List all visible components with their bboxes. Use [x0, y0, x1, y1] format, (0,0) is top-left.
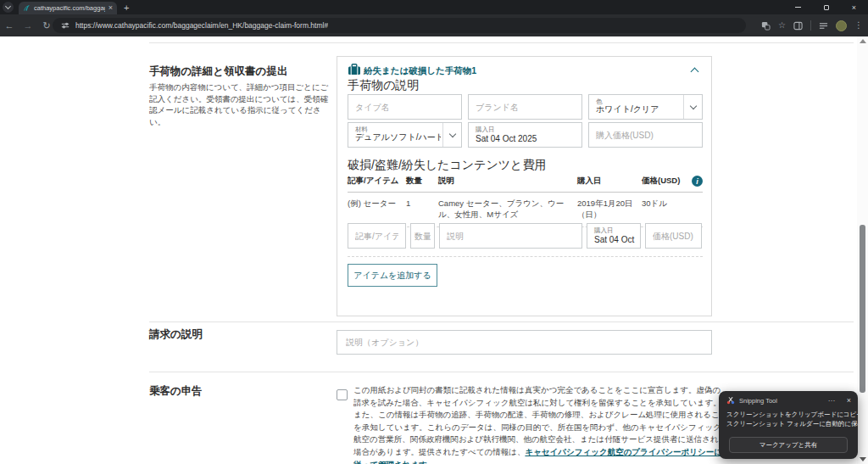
maximize-icon [824, 5, 829, 10]
item-price-input[interactable] [646, 224, 701, 248]
browser-tab[interactable]: cathaypacific.com/baggageclai × [19, 2, 117, 14]
item-date-field[interactable]: 購入日 Sat 04 Oct 20 [587, 223, 641, 249]
toast-app-name: Snipping Tool [739, 397, 824, 405]
claim-section-title: 請求の説明 [149, 327, 203, 342]
tab-search-button[interactable] [3, 2, 14, 13]
type-field[interactable] [348, 94, 462, 120]
chevron-down-icon [5, 3, 11, 9]
new-tab-button[interactable]: + [124, 3, 129, 13]
item-field[interactable] [348, 223, 406, 249]
browser-chrome: cathaypacific.com/baggageclai × + × ← → … [0, 0, 868, 36]
purchase-date-field[interactable]: 購入日 Sat 04 Oct 2025 [468, 122, 582, 148]
browser-menu-icon[interactable]: ⋮ [854, 21, 863, 30]
url-bar[interactable]: https://www.cathaypacific.com/baggagecla… [53, 18, 746, 33]
col-description: 説明 [438, 176, 577, 187]
example-price: 30ドル [642, 198, 689, 220]
declaration-checkbox[interactable] [337, 389, 348, 400]
scroll-down-arrow-icon[interactable] [860, 457, 866, 461]
forward-button[interactable]: → [19, 20, 37, 31]
desc-input[interactable] [440, 224, 581, 248]
purchase-date-value: Sat 04 Oct 2025 [476, 134, 561, 143]
markup-share-button[interactable]: マークアップと共有 [729, 437, 848, 453]
toast-more-icon[interactable]: ⋯ [828, 397, 836, 405]
page-scrollbar[interactable] [857, 36, 868, 464]
snipping-tool-icon [726, 396, 735, 405]
purchase-date-label: 購入日 [476, 126, 495, 134]
table-header-row: 記事/アイテム 数量 説明 購入日 価格(USD) i [348, 176, 703, 193]
section-divider-top [149, 42, 854, 43]
minimize-button[interactable] [784, 0, 812, 14]
brand-input[interactable] [469, 95, 581, 119]
baggage-description-heading: 手荷物の説明 [348, 78, 419, 93]
example-date: 2019年1月20日（日） [577, 198, 642, 220]
brand-field[interactable] [468, 94, 582, 120]
chevron-down-icon [689, 102, 696, 109]
scrollbar-thumb[interactable] [860, 225, 865, 393]
claim-description-input[interactable] [337, 330, 712, 355]
briefcase-icon [348, 64, 361, 75]
tab-strip: cathaypacific.com/baggageclai × + × [0, 0, 868, 14]
table-row: (例) セーター 1 Camey セーター、ブラウン、ウール、女性用、Mサイズ … [348, 193, 703, 227]
side-panel-icon[interactable] [793, 21, 803, 31]
tab-title: cathaypacific.com/baggageclai [34, 4, 105, 12]
section-divider-claim [149, 321, 854, 322]
material-value: デュアルソフト/ハード [355, 131, 441, 143]
close-window-button[interactable]: × [840, 0, 868, 14]
item-price-field[interactable] [645, 223, 702, 249]
url-text: https://www.cathaypacific.com/baggagecla… [75, 21, 328, 30]
col-date: 購入日 [577, 176, 642, 187]
baggage-field-row-1: 色 ホワイト/クリア [348, 94, 703, 120]
purchase-price-field[interactable] [588, 122, 703, 148]
reading-list-icon[interactable] [819, 21, 828, 31]
color-select[interactable]: 色 ホワイト/クリア [588, 94, 703, 120]
window-controls: × [784, 0, 868, 14]
maximize-button[interactable] [812, 0, 840, 14]
toast-line2: スクリーンショット フォルダーに自動的に保存されました。 [726, 419, 850, 428]
item-date-value: Sat 04 Oct 20 [594, 235, 637, 244]
item-date-label: 購入日 [594, 226, 614, 235]
toolbar-divider [810, 20, 811, 31]
accordion-title: 紛失または破損した手荷物1 [364, 65, 476, 77]
col-qty: 数量 [406, 176, 438, 187]
tab-close-icon[interactable]: × [108, 4, 113, 12]
example-description: Camey セーター、ブラウン、ウール、女性用、Mサイズ [438, 198, 577, 220]
baggage-section-description: 手荷物の内容物について、詳細かつ項目ごとにご記入ください。受領書の提出については… [149, 81, 334, 127]
profile-avatar[interactable] [836, 20, 847, 31]
item-input[interactable] [348, 224, 405, 248]
material-dropdown-arrow[interactable] [442, 123, 461, 147]
declaration-body: この用紙および同封の書類に記載された情報は真実かつ完全であることをここに宣言しま… [353, 385, 727, 456]
site-settings-icon[interactable] [61, 21, 70, 30]
qty-field[interactable] [410, 223, 435, 249]
minimize-icon [795, 7, 801, 8]
scroll-up-arrow-icon[interactable] [860, 39, 866, 43]
baggage-accordion-panel: 紛失または破損した手荷物1 手荷物の説明 色 ホワイト/クリア 材料 デュアルソ… [337, 56, 712, 316]
bookmark-star-icon[interactable]: ☆ [778, 21, 786, 30]
back-button[interactable]: ← [0, 20, 19, 31]
material-select[interactable]: 材料 デュアルソフト/ハード [348, 122, 462, 148]
contents-table: 記事/アイテム 数量 説明 購入日 価格(USD) i (例) セーター 1 C… [348, 176, 703, 227]
item-input-row: 購入日 Sat 04 Oct 20 [348, 223, 703, 257]
example-item: (例) セーター [348, 198, 406, 220]
desc-field[interactable] [439, 223, 582, 249]
example-qty: 1 [406, 198, 438, 220]
declaration-section-title: 乗客の申告 [149, 384, 203, 399]
chevron-up-icon[interactable] [691, 68, 699, 76]
add-item-button[interactable]: アイテムを追加する [348, 264, 437, 287]
color-value: ホワイト/クリア [596, 103, 682, 115]
toast-line1: スクリーンショットをクリップボードにコピーしました [726, 410, 850, 419]
color-dropdown-arrow[interactable] [683, 95, 702, 119]
snipping-tool-toast[interactable]: Snipping Tool ⋯ × スクリーンショットをクリップボードにコピーし… [719, 391, 858, 459]
info-icon[interactable]: i [692, 176, 703, 187]
type-input[interactable] [348, 95, 461, 119]
toast-message: スクリーンショットをクリップボードにコピーしました スクリーンショット フォルダ… [719, 406, 858, 428]
qty-input[interactable] [411, 224, 434, 248]
translate-icon[interactable] [761, 21, 771, 31]
col-item: 記事/アイテム [348, 176, 406, 187]
contents-heading: 破損/盗難/紛失したコンテンツと費用 [348, 158, 546, 173]
toolbar-icons: ☆ ⋮ [761, 16, 863, 35]
baggage-section-title: 手荷物の詳細と領収書の提出 [149, 64, 287, 79]
toast-close-icon[interactable]: × [847, 396, 851, 405]
baggage-field-row-2: 材料 デュアルソフト/ハード 購入日 Sat 04 Oct 2025 [348, 122, 703, 148]
purchase-price-input[interactable] [589, 123, 702, 147]
col-price: 価格(USD) [642, 176, 689, 187]
